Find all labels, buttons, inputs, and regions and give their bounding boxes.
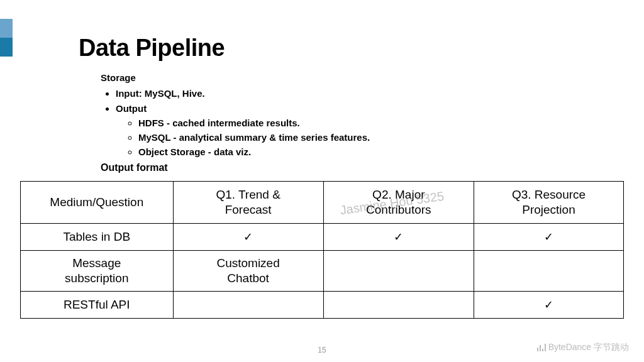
output-format-table: Medium/Question Q1. Trend &Forecast Q2. …: [20, 181, 624, 319]
table-cell: [173, 292, 323, 319]
storage-input-item: Input: MySQL, Hive.: [116, 86, 370, 101]
storage-section: Storage Input: MySQL, Hive. Output HDFS …: [101, 70, 370, 160]
table-header-cell: Q3. ResourceProjection: [474, 182, 623, 224]
storage-output-label: Output: [116, 103, 147, 114]
brand-bars-icon: [537, 344, 546, 351]
slide-title: Data Pipeline: [79, 35, 225, 62]
table-header-cell: Q2. MajorContributors: [323, 182, 474, 224]
table-header-row: Medium/Question Q1. Trend &Forecast Q2. …: [21, 182, 624, 224]
slide-accent-icon: [0, 19, 13, 57]
table-header-cell: Q1. Trend &Forecast: [173, 182, 323, 224]
output-format-heading: Output format: [101, 162, 168, 173]
table-cell: ✓: [323, 224, 474, 251]
table-row: Tables in DB ✓ ✓ ✓: [21, 224, 624, 251]
table-row: Messagesubscription CustomizedChatbot: [21, 251, 624, 292]
table-cell: ✓: [173, 224, 323, 251]
storage-output-item: Output HDFS - cached intermediate result…: [116, 101, 370, 160]
brand-watermark: ByteDance 字节跳动: [537, 342, 629, 353]
storage-output-sub: MySQL - analytical summary & time series…: [138, 130, 370, 145]
brand-text: ByteDance 字节跳动: [548, 342, 629, 353]
table-cell: [474, 251, 623, 292]
storage-heading: Storage: [101, 70, 370, 85]
storage-output-sub: Object Storage - data viz.: [138, 145, 370, 159]
table-header-cell: Medium/Question: [21, 182, 174, 224]
table-row: RESTful API ✓: [21, 292, 624, 319]
storage-output-sub: HDFS - cached intermediate results.: [138, 116, 370, 130]
table-row-label: RESTful API: [21, 292, 174, 319]
table-cell: [323, 251, 474, 292]
table-row-label: Messagesubscription: [21, 251, 174, 292]
table-cell: CustomizedChatbot: [173, 251, 323, 292]
table-row-label: Tables in DB: [21, 224, 174, 251]
table-cell: ✓: [474, 292, 623, 319]
table-cell: [323, 292, 474, 319]
table-cell: ✓: [474, 224, 623, 251]
